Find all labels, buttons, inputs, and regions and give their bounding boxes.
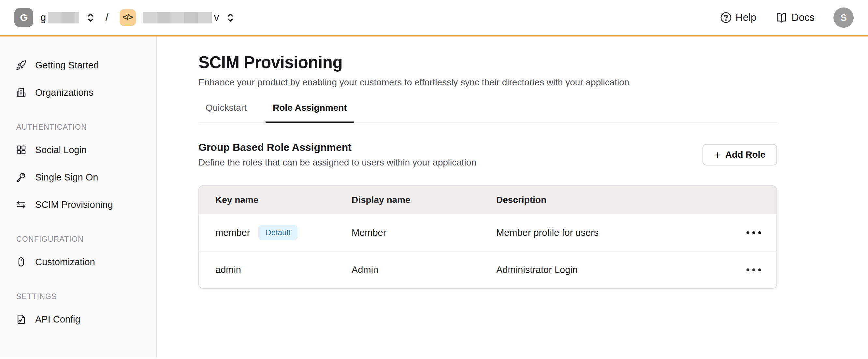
cell-key-name: member Default <box>199 225 335 240</box>
tab-quickstart[interactable]: Quickstart <box>198 103 254 123</box>
page-title: SCIM Provisioning <box>198 53 777 72</box>
sidebar-item-social-login[interactable]: Social Login <box>0 136 156 164</box>
sidebar-item-organizations[interactable]: Organizations <box>0 79 156 106</box>
mouse-icon <box>16 256 27 267</box>
book-icon <box>776 12 787 24</box>
main-content: SCIM Provisioning Enhance your product b… <box>157 36 868 357</box>
sidebar: Getting Started Organizations AUTHENTICA… <box>0 36 157 357</box>
grid-icon <box>16 144 27 155</box>
sidebar-item-label: API Config <box>35 314 81 325</box>
sidebar-item-label: Social Login <box>35 144 87 155</box>
docs-button[interactable]: Docs <box>776 12 814 24</box>
roles-table: Key name Display name Description member… <box>198 185 777 289</box>
docs-label: Docs <box>792 12 814 24</box>
topbar-actions: Help Docs S <box>720 7 854 28</box>
cell-actions <box>731 264 776 275</box>
sidebar-item-label: Getting Started <box>35 60 99 71</box>
table-row-member: member Default Member Member profile for… <box>199 214 776 251</box>
breadcrumb-separator: / <box>105 11 108 24</box>
key-icon <box>16 172 27 183</box>
column-header-key-name: Key name <box>199 195 335 205</box>
cell-actions <box>731 227 776 238</box>
sidebar-item-label: Organizations <box>35 87 94 98</box>
sidebar-item-api-config[interactable]: API Config <box>0 305 156 333</box>
help-label: Help <box>736 12 756 24</box>
section-header-row: Group Based Role Assignment Define the r… <box>198 141 777 168</box>
add-role-label: Add Role <box>725 150 765 160</box>
sidebar-item-label: Customization <box>35 257 95 267</box>
org-name-visible: g <box>40 12 46 24</box>
row-actions-menu-button[interactable] <box>743 264 765 275</box>
help-circle-icon <box>720 12 732 24</box>
project-name-redacted <box>143 12 212 24</box>
project-name-suffix: v <box>214 12 219 24</box>
tab-bar: Quickstart Role Assignment <box>198 103 777 123</box>
column-header-display-name: Display name <box>335 195 480 205</box>
org-name-redacted <box>48 12 79 24</box>
default-badge: Default <box>258 225 298 240</box>
plus-icon: + <box>714 149 721 160</box>
row-actions-menu-button[interactable] <box>743 227 765 238</box>
section-header-text: Group Based Role Assignment Define the r… <box>198 141 476 168</box>
cell-description: Administrator Login <box>480 264 731 275</box>
file-key-icon <box>16 314 27 325</box>
cell-description: Member profile for users <box>480 227 731 238</box>
cell-key-name: admin <box>199 264 335 275</box>
sidebar-item-label: SCIM Provisioning <box>35 199 113 210</box>
chevron-up-down-icon <box>225 12 235 23</box>
rocket-icon <box>16 60 27 71</box>
sync-arrows-icon <box>16 199 27 210</box>
add-role-button[interactable]: + Add Role <box>703 144 777 165</box>
cell-display-name: Member <box>335 227 480 238</box>
role-key: admin <box>215 264 241 275</box>
chevron-up-down-icon <box>86 12 95 23</box>
section-heading: Group Based Role Assignment <box>198 141 476 154</box>
sidebar-section-settings: SETTINGS <box>0 287 156 305</box>
page-subtitle: Enhance your product by enabling your cu… <box>198 77 777 88</box>
building-icon <box>16 87 27 98</box>
project-code-icon: </> <box>120 9 136 26</box>
org-switcher[interactable]: g <box>40 12 95 24</box>
sidebar-item-scim-provisioning[interactable]: SCIM Provisioning <box>0 191 156 218</box>
sidebar-item-single-sign-on[interactable]: Single Sign On <box>0 164 156 191</box>
sidebar-section-configuration: CONFIGURATION <box>0 230 156 248</box>
cell-display-name: Admin <box>335 264 480 275</box>
table-header-row: Key name Display name Description <box>199 186 776 214</box>
tab-role-assignment[interactable]: Role Assignment <box>266 103 354 123</box>
org-project-switcher: G g / </> v <box>14 8 235 27</box>
user-avatar[interactable]: S <box>834 7 854 28</box>
project-switcher[interactable]: v <box>143 12 236 24</box>
topbar: G g / </> v <box>0 0 868 36</box>
help-button[interactable]: Help <box>720 12 756 24</box>
sidebar-item-getting-started[interactable]: Getting Started <box>0 52 156 79</box>
column-header-description: Description <box>480 195 731 205</box>
sidebar-section-authentication: AUTHENTICATION <box>0 118 156 136</box>
section-description: Define the roles that can be assigned to… <box>198 157 476 168</box>
sidebar-item-customization[interactable]: Customization <box>0 248 156 275</box>
org-avatar[interactable]: G <box>14 8 33 27</box>
role-key: member <box>215 227 250 238</box>
table-row-admin: admin Admin Administrator Login <box>199 251 776 288</box>
sidebar-item-label: Single Sign On <box>35 172 98 183</box>
